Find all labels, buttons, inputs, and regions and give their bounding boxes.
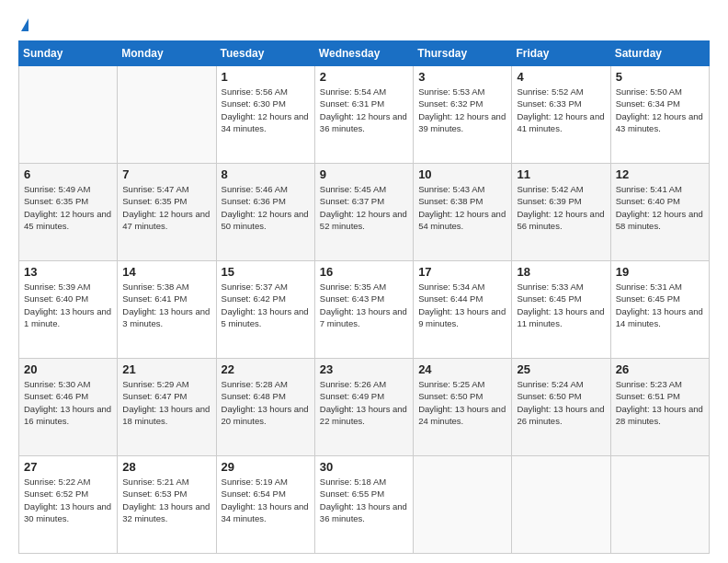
calendar-cell: 11Sunrise: 5:42 AM Sunset: 6:39 PM Dayli… [512, 164, 610, 261]
calendar-cell: 17Sunrise: 5:34 AM Sunset: 6:44 PM Dayli… [414, 261, 512, 359]
calendar-cell: 19Sunrise: 5:31 AM Sunset: 6:45 PM Dayli… [610, 261, 709, 359]
weekday-header-friday: Friday [512, 41, 610, 66]
day-info: Sunrise: 5:41 AM Sunset: 6:40 PM Dayligh… [616, 183, 704, 232]
day-info: Sunrise: 5:37 AM Sunset: 6:42 PM Dayligh… [222, 281, 310, 329]
calendar-cell: 27Sunrise: 5:22 AM Sunset: 6:52 PM Dayli… [19, 456, 118, 554]
day-info: Sunrise: 5:42 AM Sunset: 6:39 PM Dayligh… [517, 183, 605, 232]
day-info: Sunrise: 5:33 AM Sunset: 6:45 PM Dayligh… [517, 281, 605, 329]
day-info: Sunrise: 5:23 AM Sunset: 6:51 PM Dayligh… [616, 378, 704, 427]
calendar-cell: 26Sunrise: 5:23 AM Sunset: 6:51 PM Dayli… [610, 359, 709, 456]
day-number: 9 [320, 167, 408, 181]
calendar-cell: 5Sunrise: 5:50 AM Sunset: 6:34 PM Daylig… [610, 66, 709, 164]
day-number: 7 [122, 167, 210, 181]
calendar-cell: 3Sunrise: 5:53 AM Sunset: 6:32 PM Daylig… [414, 66, 512, 164]
day-info: Sunrise: 5:45 AM Sunset: 6:37 PM Dayligh… [320, 183, 408, 232]
calendar-week-row: 1Sunrise: 5:56 AM Sunset: 6:30 PM Daylig… [19, 66, 710, 164]
calendar-header-row: SundayMondayTuesdayWednesdayThursdayFrid… [19, 41, 710, 66]
day-info: Sunrise: 5:54 AM Sunset: 6:31 PM Dayligh… [320, 86, 408, 134]
day-info: Sunrise: 5:53 AM Sunset: 6:32 PM Dayligh… [418, 86, 506, 134]
calendar-week-row: 13Sunrise: 5:39 AM Sunset: 6:40 PM Dayli… [19, 261, 710, 359]
day-number: 13 [24, 265, 112, 279]
calendar-cell: 20Sunrise: 5:30 AM Sunset: 6:46 PM Dayli… [19, 359, 118, 456]
calendar-cell: 22Sunrise: 5:28 AM Sunset: 6:48 PM Dayli… [216, 359, 314, 456]
calendar-week-row: 20Sunrise: 5:30 AM Sunset: 6:46 PM Dayli… [19, 359, 710, 456]
day-number: 25 [517, 362, 605, 376]
weekday-header-wednesday: Wednesday [314, 41, 413, 66]
logo-triangle-icon [21, 18, 28, 31]
day-number: 1 [222, 70, 310, 84]
day-info: Sunrise: 5:46 AM Sunset: 6:36 PM Dayligh… [222, 183, 310, 232]
day-number: 23 [320, 362, 408, 376]
day-info: Sunrise: 5:26 AM Sunset: 6:49 PM Dayligh… [320, 378, 408, 427]
day-info: Sunrise: 5:25 AM Sunset: 6:50 PM Dayligh… [418, 378, 506, 427]
day-number: 3 [418, 70, 506, 84]
calendar-cell: 25Sunrise: 5:24 AM Sunset: 6:50 PM Dayli… [512, 359, 610, 456]
day-number: 27 [24, 460, 112, 474]
day-info: Sunrise: 5:43 AM Sunset: 6:38 PM Dayligh… [418, 183, 506, 232]
day-info: Sunrise: 5:29 AM Sunset: 6:47 PM Dayligh… [122, 378, 210, 427]
weekday-header-sunday: Sunday [19, 41, 118, 66]
day-info: Sunrise: 5:22 AM Sunset: 6:52 PM Dayligh… [24, 476, 112, 524]
day-number: 30 [320, 460, 408, 474]
logo [18, 17, 28, 31]
day-number: 17 [418, 265, 506, 279]
day-number: 2 [320, 70, 408, 84]
day-number: 5 [616, 70, 704, 84]
day-info: Sunrise: 5:47 AM Sunset: 6:35 PM Dayligh… [122, 183, 210, 232]
day-number: 18 [517, 265, 605, 279]
weekday-header-thursday: Thursday [414, 41, 512, 66]
calendar-cell: 16Sunrise: 5:35 AM Sunset: 6:43 PM Dayli… [314, 261, 413, 359]
calendar-cell [19, 66, 118, 164]
day-info: Sunrise: 5:19 AM Sunset: 6:54 PM Dayligh… [222, 476, 310, 524]
day-number: 20 [24, 362, 112, 376]
calendar-table: SundayMondayTuesdayWednesdayThursdayFrid… [18, 40, 710, 554]
day-number: 4 [517, 70, 605, 84]
calendar-body: 1Sunrise: 5:56 AM Sunset: 6:30 PM Daylig… [19, 66, 710, 554]
day-info: Sunrise: 5:30 AM Sunset: 6:46 PM Dayligh… [24, 378, 112, 427]
calendar-cell: 24Sunrise: 5:25 AM Sunset: 6:50 PM Dayli… [414, 359, 512, 456]
day-info: Sunrise: 5:18 AM Sunset: 6:55 PM Dayligh… [320, 476, 408, 524]
calendar-week-row: 27Sunrise: 5:22 AM Sunset: 6:52 PM Dayli… [19, 456, 710, 554]
day-number: 16 [320, 265, 408, 279]
day-number: 15 [222, 265, 310, 279]
day-info: Sunrise: 5:52 AM Sunset: 6:33 PM Dayligh… [517, 86, 605, 134]
calendar-cell: 12Sunrise: 5:41 AM Sunset: 6:40 PM Dayli… [610, 164, 709, 261]
day-number: 28 [122, 460, 210, 474]
day-number: 22 [222, 362, 310, 376]
day-number: 24 [418, 362, 506, 376]
day-info: Sunrise: 5:49 AM Sunset: 6:35 PM Dayligh… [24, 183, 112, 232]
calendar-cell: 18Sunrise: 5:33 AM Sunset: 6:45 PM Dayli… [512, 261, 610, 359]
calendar-cell [512, 456, 610, 554]
page: SundayMondayTuesdayWednesdayThursdayFrid… [0, 0, 728, 563]
calendar-cell: 30Sunrise: 5:18 AM Sunset: 6:55 PM Dayli… [314, 456, 413, 554]
day-number: 11 [517, 167, 605, 181]
day-number: 26 [616, 362, 704, 376]
calendar-cell: 15Sunrise: 5:37 AM Sunset: 6:42 PM Dayli… [216, 261, 314, 359]
calendar-week-row: 6Sunrise: 5:49 AM Sunset: 6:35 PM Daylig… [19, 164, 710, 261]
calendar-cell: 28Sunrise: 5:21 AM Sunset: 6:53 PM Dayli… [118, 456, 216, 554]
calendar-cell: 13Sunrise: 5:39 AM Sunset: 6:40 PM Dayli… [19, 261, 118, 359]
calendar-cell: 2Sunrise: 5:54 AM Sunset: 6:31 PM Daylig… [314, 66, 413, 164]
calendar-cell: 6Sunrise: 5:49 AM Sunset: 6:35 PM Daylig… [19, 164, 118, 261]
day-number: 8 [222, 167, 310, 181]
calendar-cell: 29Sunrise: 5:19 AM Sunset: 6:54 PM Dayli… [216, 456, 314, 554]
calendar-cell: 21Sunrise: 5:29 AM Sunset: 6:47 PM Dayli… [118, 359, 216, 456]
calendar-cell: 1Sunrise: 5:56 AM Sunset: 6:30 PM Daylig… [216, 66, 314, 164]
day-info: Sunrise: 5:35 AM Sunset: 6:43 PM Dayligh… [320, 281, 408, 329]
day-info: Sunrise: 5:38 AM Sunset: 6:41 PM Dayligh… [122, 281, 210, 329]
calendar-cell: 7Sunrise: 5:47 AM Sunset: 6:35 PM Daylig… [118, 164, 216, 261]
day-info: Sunrise: 5:21 AM Sunset: 6:53 PM Dayligh… [122, 476, 210, 524]
day-number: 12 [616, 167, 704, 181]
calendar-cell [610, 456, 709, 554]
day-number: 29 [222, 460, 310, 474]
day-info: Sunrise: 5:31 AM Sunset: 6:45 PM Dayligh… [616, 281, 704, 329]
calendar-cell: 4Sunrise: 5:52 AM Sunset: 6:33 PM Daylig… [512, 66, 610, 164]
day-info: Sunrise: 5:28 AM Sunset: 6:48 PM Dayligh… [222, 378, 310, 427]
calendar-cell [118, 66, 216, 164]
weekday-header-monday: Monday [118, 41, 216, 66]
calendar-cell: 10Sunrise: 5:43 AM Sunset: 6:38 PM Dayli… [414, 164, 512, 261]
day-number: 21 [122, 362, 210, 376]
day-number: 10 [418, 167, 506, 181]
calendar-cell: 8Sunrise: 5:46 AM Sunset: 6:36 PM Daylig… [216, 164, 314, 261]
day-info: Sunrise: 5:24 AM Sunset: 6:50 PM Dayligh… [517, 378, 605, 427]
